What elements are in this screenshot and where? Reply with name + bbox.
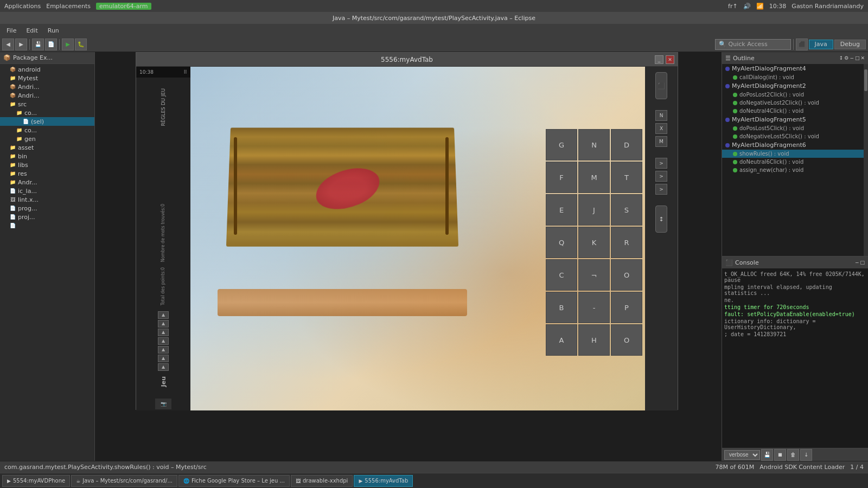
outline-MyAlertDialogFragment5[interactable]: MyAlertDialogFragment5: [722, 115, 868, 124]
outline-filter-icon[interactable]: ⚙: [844, 55, 848, 61]
letter-C[interactable]: C: [546, 259, 577, 291]
emulator-side-btn-n[interactable]: N: [655, 110, 667, 121]
nav-btn-6[interactable]: ▲: [158, 355, 169, 362]
tree-item-asset[interactable]: 📁bin: [0, 152, 94, 160]
menu-run[interactable]: Run: [43, 26, 63, 35]
letter-R[interactable]: R: [611, 227, 642, 258]
taskbar-item-avdphone[interactable]: ▶ 5554:myAVDPhone: [2, 475, 70, 487]
outline-scrollbar[interactable]: [864, 64, 868, 256]
toolbar-forward-btn[interactable]: ▶: [15, 38, 27, 50]
emulator-side-btn-m[interactable]: M: [655, 136, 667, 147]
verbose-select[interactable]: verbose: [724, 450, 760, 460]
tree-item-mytest[interactable]: 📁Mytest: [0, 74, 94, 82]
tree-item-co3[interactable]: 📁gen: [0, 134, 94, 143]
emulator-side-btn-bottom[interactable]: ↕: [655, 206, 667, 233]
outline-callDialog[interactable]: callDialog(int) : void: [722, 73, 868, 81]
letter-N[interactable]: N: [578, 129, 610, 160]
tree-item-co2[interactable]: 📁co...: [0, 126, 94, 134]
emulator-minimize-btn[interactable]: _: [655, 55, 663, 64]
outline-MyAlertDialogFragment6[interactable]: MyAlertDialogFragment6: [722, 140, 868, 150]
outline-max-icon[interactable]: □: [855, 55, 860, 61]
letter-K[interactable]: K: [578, 227, 610, 258]
places-menu[interactable]: Emplacements: [46, 3, 91, 10]
taskbar-item-java[interactable]: ☕ Java – Mytest/src/com/gasrand/...: [71, 475, 177, 487]
perspective-debug[interactable]: Debug: [834, 40, 866, 49]
tree-item-android[interactable]: 📦android: [0, 65, 94, 74]
nav-btn-1[interactable]: ▲: [158, 311, 169, 319]
letter-T[interactable]: T: [611, 162, 642, 193]
outline-doNeutral4[interactable]: doNeutral4Click() : void: [722, 107, 868, 115]
tree-item-bin[interactable]: 📁libs: [0, 160, 94, 169]
tree-item-andri1[interactable]: 📦Andri...: [0, 82, 94, 91]
outline-doNegativeLost2[interactable]: doNegativeLost2Click() : void: [722, 99, 868, 107]
letter-D[interactable]: D: [611, 129, 642, 160]
console-max-icon[interactable]: □: [860, 260, 865, 265]
outline-doNeutral6[interactable]: doNeutral6Click() : void: [722, 158, 868, 166]
tree-item-icla[interactable]: 🖼lint.x...: [0, 195, 94, 204]
emulator-side-btn-r1[interactable]: >: [655, 158, 667, 169]
tree-item-prog[interactable]: 📄proj...: [0, 213, 94, 221]
letter-dash1[interactable]: ¬: [578, 259, 610, 291]
outline-doPosLost5[interactable]: doPosLost5Click() : void: [722, 124, 868, 132]
console-scroll-btn[interactable]: ↓: [800, 449, 812, 461]
menu-edit[interactable]: Edit: [22, 26, 42, 35]
console-clear-btn[interactable]: 🗑: [787, 449, 799, 461]
letter-O1[interactable]: O: [611, 259, 642, 291]
quick-access-box[interactable]: 🔍 Quick Access: [715, 39, 791, 50]
outline-close-icon[interactable]: ✕: [860, 55, 865, 61]
toolbar-back-btn[interactable]: ◀: [2, 38, 14, 50]
nav-btn-5[interactable]: ▲: [158, 346, 169, 354]
menu-file[interactable]: File: [2, 26, 21, 35]
tree-item-proj[interactable]: 📄: [0, 221, 94, 230]
perspective-java[interactable]: Java: [809, 40, 833, 49]
outline-assign-new[interactable]: assign_new(char) : void: [722, 166, 868, 174]
nav-btn-4[interactable]: ▲: [158, 337, 169, 345]
console-stop-btn[interactable]: ⏹: [774, 449, 786, 461]
letter-M[interactable]: M: [578, 162, 610, 193]
taskbar-item-drawable[interactable]: 🖼 drawable-xxhdpi: [291, 475, 353, 487]
outline-doNegativeLost5[interactable]: doNegativeLost5Click() : void: [722, 132, 868, 140]
letter-O2[interactable]: O: [611, 324, 642, 356]
apps-menu[interactable]: Applications: [4, 3, 41, 10]
outline-MyAlertDialogFragment4[interactable]: MyAlertDialogFragment4: [722, 64, 868, 73]
toolbar-layout-btn[interactable]: ⬛: [796, 38, 808, 50]
letter-P[interactable]: P: [611, 292, 642, 323]
letter-F[interactable]: F: [546, 162, 577, 193]
emulator-side-btn-r3[interactable]: >: [655, 184, 667, 195]
letter-E[interactable]: E: [546, 194, 577, 226]
emulator-close-btn[interactable]: ✕: [666, 55, 674, 64]
toolbar-new-btn[interactable]: 📄: [45, 38, 57, 50]
letter-A[interactable]: A: [546, 324, 577, 356]
toolbar-run-btn[interactable]: ▶: [62, 38, 74, 50]
nav-btn-2[interactable]: ▲: [158, 320, 169, 328]
tree-item-sel[interactable]: 📄(sel): [0, 117, 94, 126]
console-save-btn[interactable]: 💾: [761, 449, 773, 461]
tree-item-src[interactable]: 📁src: [0, 100, 94, 108]
outline-MyAlertDialogFragment2[interactable]: MyAlertDialogFragment2: [722, 81, 868, 91]
letter-dash2[interactable]: -: [578, 292, 610, 323]
nav-btn-7[interactable]: ▲: [158, 363, 169, 371]
taskbar-item-avdtab[interactable]: ▶ 5556:myAvdTab: [354, 475, 413, 487]
tree-item-gen[interactable]: 📁asset: [0, 143, 94, 152]
tree-item-andr[interactable]: 📄ic_la...: [0, 187, 94, 195]
tree-item-libs[interactable]: 📁res: [0, 169, 94, 178]
outline-collapse-icon[interactable]: −: [850, 55, 854, 61]
letter-H[interactable]: H: [578, 324, 610, 356]
letter-S[interactable]: S: [611, 194, 642, 226]
outline-doPosLost2[interactable]: doPosLost2Click() : void: [722, 91, 868, 99]
toolbar-debug-btn[interactable]: 🐛: [75, 38, 87, 50]
emulator-side-btn-r2[interactable]: >: [655, 171, 667, 182]
letter-Q[interactable]: Q: [546, 227, 577, 258]
emulator-side-btn-x[interactable]: X: [655, 123, 667, 134]
letter-J[interactable]: J: [578, 194, 610, 226]
tree-item-co1[interactable]: 📁co...: [0, 108, 94, 117]
taskbar-item-fiche[interactable]: 🌐 Fiche Google Play Store – Le jeu ...: [178, 475, 290, 487]
console-minimize-icon[interactable]: −: [855, 260, 859, 265]
tree-item-lint[interactable]: 📄prog...: [0, 204, 94, 213]
game-screen[interactable]: G N D F M T E J: [190, 67, 645, 410]
outline-showRules[interactable]: showRules() : void: [722, 150, 868, 158]
letter-B[interactable]: B: [546, 292, 577, 323]
nav-btn-3[interactable]: ▲: [158, 329, 169, 336]
tree-item-res[interactable]: 📁Andr...: [0, 178, 94, 187]
tree-item-andri2[interactable]: 📦Andri...: [0, 91, 94, 100]
